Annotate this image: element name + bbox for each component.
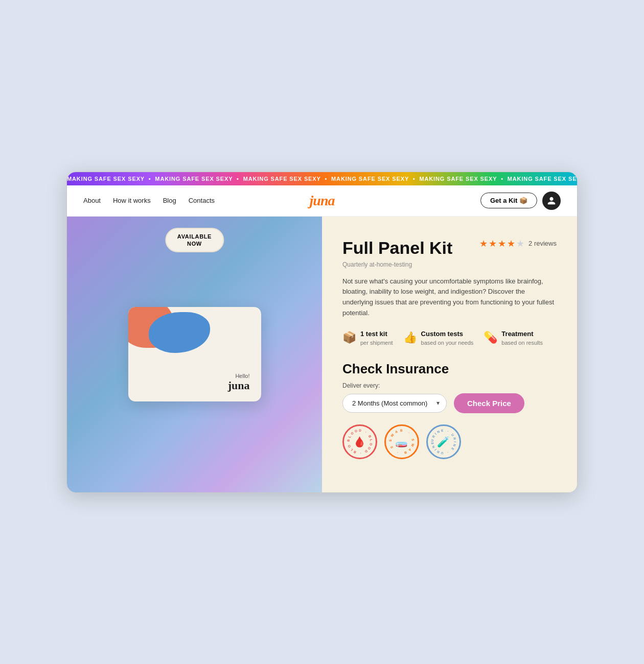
star-2: ★ [489,238,497,249]
nav-about[interactable]: About [83,197,101,204]
rating-row: ★ ★ ★ ★ ★ 2 reviews [479,238,557,249]
star-1: ★ [479,238,488,249]
feature-treatment-detail: based on results [501,340,543,346]
kit-brand: juna [228,379,250,392]
star-4: ★ [507,238,515,249]
badge-urine: URINE · URINE · URINE · 🧪 [426,424,461,459]
nav-blog[interactable]: Blog [163,197,176,204]
custom-tests-icon: 👍 [403,331,417,344]
get-kit-button[interactable]: Get a Kit 📦 [480,193,537,208]
nav-contacts[interactable]: Contacts [189,197,215,204]
star-5: ★ [516,238,524,249]
urine-icon: 🧪 [437,436,450,448]
badge-swab: SWAB · SWAB · SWAB · 🧫 [384,424,419,459]
feature-test-kit: 📦 1 test kit per shipment [342,330,393,347]
kit-box: Hello! juna [128,307,261,401]
title-rating-row: Full Panel Kit ★ ★ ★ ★ ★ 2 reviews [342,238,557,260]
navbar: About How it works Blog Contacts juna Ge… [67,185,577,217]
marquee-banner: MAKING SAFE SEX SEXY • MAKING SAFE SEX S… [67,172,577,185]
star-rating: ★ ★ ★ ★ ★ [479,238,524,249]
product-description: Not sure what's causing your uncomfortab… [342,276,557,319]
deliver-select[interactable]: 2 Months (Most common) 1 Month 3 Months [342,394,447,413]
feature-custom-tests-detail: based on your needs [421,340,474,346]
account-button[interactable] [542,192,561,210]
available-badge: AVAILABLE NOW [165,228,224,253]
deliver-select-wrapper: 2 Months (Most common) 1 Month 3 Months … [342,394,447,413]
blood-icon: 🩸 [353,436,366,448]
nav-links: About How it works Blog Contacts [83,197,480,204]
right-panel: Full Panel Kit ★ ★ ★ ★ ★ 2 reviews Quart… [322,217,577,492]
nav-right: Get a Kit 📦 [480,192,561,210]
site-logo: juna [310,193,335,209]
product-title: Full Panel Kit [342,238,452,258]
nav-how-it-works[interactable]: How it works [113,197,151,204]
feature-test-kit-name: 1 test kit [360,330,393,338]
treatment-icon: 💊 [484,331,497,344]
feature-custom-tests: 👍 Custom tests based on your needs [403,330,474,347]
kit-hello: Hello! [228,373,250,379]
badge-row: BLOOD · BLOOD · BLOOD · 🩸 [342,424,557,459]
features-row: 📦 1 test kit per shipment 👍 Custom tests… [342,330,557,347]
check-insurance-title: Check Insurance [342,361,557,377]
swab-icon: 🧫 [395,436,408,448]
main-content: AVAILABLE NOW Hello! juna Full Panel Kit… [67,217,577,492]
check-price-button[interactable]: Check Price [454,393,524,413]
star-3: ★ [498,238,506,249]
account-icon [547,196,556,205]
reviews-count: 2 reviews [528,240,557,247]
feature-treatment: 💊 Treatment based on results [484,330,543,347]
badge-blood: BLOOD · BLOOD · BLOOD · 🩸 [342,424,377,459]
deliver-row: 2 Months (Most common) 1 Month 3 Months … [342,393,557,413]
blob-blue [149,312,210,353]
feature-test-kit-detail: per shipment [360,340,393,346]
marquee-inner: MAKING SAFE SEX SEXY • MAKING SAFE SEX S… [67,176,577,182]
left-panel: AVAILABLE NOW Hello! juna [67,217,322,492]
app-window: MAKING SAFE SEX SEXY • MAKING SAFE SEX S… [66,172,578,493]
kit-text: Hello! juna [228,373,250,392]
feature-custom-tests-name: Custom tests [421,330,474,338]
product-subtitle: Quarterly at-home-testing [342,261,557,268]
test-kit-icon: 📦 [342,331,356,344]
feature-treatment-name: Treatment [501,330,543,338]
deliver-label: Deliver every: [342,382,557,389]
